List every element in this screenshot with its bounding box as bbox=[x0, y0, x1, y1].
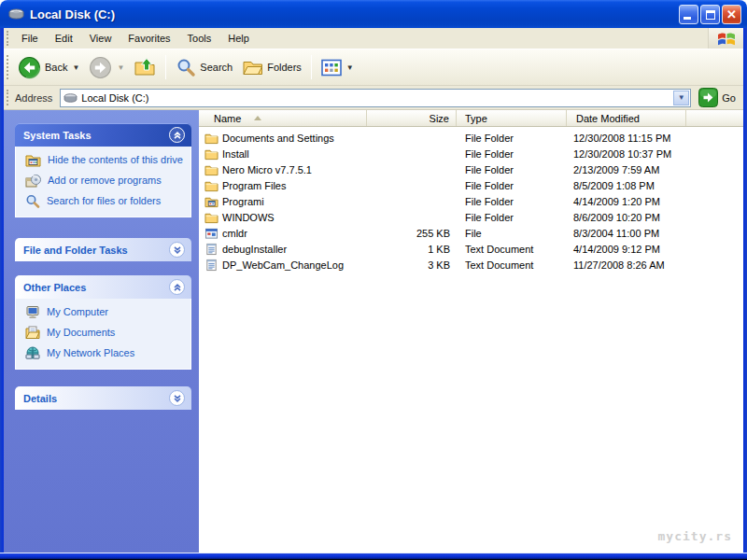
column-header-type[interactable]: Type bbox=[457, 110, 567, 126]
file-name-cell[interactable]: debugInstaller bbox=[199, 243, 367, 256]
text-file-icon bbox=[204, 259, 218, 272]
menubar-grip[interactable] bbox=[7, 31, 9, 45]
panel-title: Details bbox=[23, 393, 57, 404]
file-date-modified: 4/14/2009 9:12 PM bbox=[567, 244, 686, 255]
back-dropdown-icon[interactable]: ▼ bbox=[72, 63, 79, 72]
file-date-modified: 12/30/2008 10:37 PM bbox=[567, 148, 686, 160]
task-search-files[interactable]: Search for files or folders bbox=[25, 194, 187, 208]
file-row[interactable]: Nero Micro v7.7.5.1File Folder2/13/2009 … bbox=[199, 161, 743, 177]
task-add-remove-programs[interactable]: Add or remove programs bbox=[25, 174, 187, 188]
link-label: My Computer bbox=[47, 305, 108, 319]
file-name-cell[interactable]: cmldr bbox=[199, 227, 367, 240]
views-button[interactable]: ▼ bbox=[317, 56, 359, 79]
menu-tools[interactable]: Tools bbox=[179, 30, 220, 47]
menu-help[interactable]: Help bbox=[219, 30, 258, 47]
file-type: File Folder bbox=[457, 196, 567, 207]
file-date-modified: 8/3/2004 11:00 PM bbox=[567, 228, 686, 239]
address-dropdown-button[interactable]: ▼ bbox=[673, 91, 689, 105]
folders-label: Folders bbox=[267, 62, 302, 73]
file-date-modified: 12/30/2008 11:15 PM bbox=[567, 133, 686, 144]
views-dropdown-icon[interactable]: ▼ bbox=[346, 63, 354, 72]
window-border-right bbox=[743, 28, 747, 553]
minimize-button[interactable] bbox=[679, 5, 698, 24]
file-type: File Folder bbox=[457, 133, 567, 144]
column-header-filler bbox=[686, 110, 743, 126]
folder-icon bbox=[204, 163, 218, 176]
add-remove-programs-icon bbox=[25, 174, 41, 188]
file-name-cell[interactable]: Programi bbox=[199, 195, 367, 208]
folders-button[interactable]: Folders bbox=[237, 54, 306, 80]
menu-view[interactable]: View bbox=[81, 30, 120, 47]
chevron-down-icon[interactable] bbox=[169, 242, 185, 258]
addressbar-grip[interactable] bbox=[7, 90, 9, 106]
menu-file[interactable]: File bbox=[13, 30, 47, 47]
go-button[interactable]: Go bbox=[698, 88, 736, 107]
panel-header-other-places[interactable]: Other Places bbox=[15, 275, 191, 299]
up-button[interactable] bbox=[129, 53, 161, 81]
file-name: Install bbox=[222, 148, 249, 160]
close-button[interactable]: ✕ bbox=[722, 5, 741, 24]
file-name: WINDOWS bbox=[222, 212, 275, 223]
column-header-name[interactable]: Name bbox=[199, 110, 367, 126]
panel-title: File and Folder Tasks bbox=[23, 245, 128, 256]
link-my-network-places[interactable]: My Network Places bbox=[25, 346, 187, 360]
toolbar-grip[interactable] bbox=[7, 55, 9, 80]
panel-title: Other Places bbox=[23, 282, 86, 293]
toolbar-separator bbox=[165, 55, 166, 79]
panel-title: System Tasks bbox=[23, 130, 92, 141]
link-my-documents[interactable]: My Documents bbox=[25, 326, 187, 340]
column-header-date-modified[interactable]: Date Modified bbox=[567, 110, 686, 126]
search-button[interactable]: Search bbox=[171, 54, 237, 80]
file-row[interactable]: Documents and SettingsFile Folder12/30/2… bbox=[199, 130, 743, 146]
file-name-cell[interactable]: DP_WebCam_ChangeLog bbox=[199, 259, 367, 272]
link-my-computer[interactable]: My Computer bbox=[25, 305, 187, 319]
chevron-down-icon[interactable] bbox=[169, 390, 185, 406]
folder-icon bbox=[204, 211, 218, 224]
window-title: Local Disk (C:) bbox=[30, 7, 679, 21]
file-name-cell[interactable]: WINDOWS bbox=[199, 211, 367, 224]
maximize-button[interactable] bbox=[700, 5, 720, 24]
file-row[interactable]: Program FilesFile Folder8/5/2009 1:08 PM bbox=[199, 177, 743, 193]
menu-favorites[interactable]: Favorites bbox=[120, 30, 178, 47]
address-input[interactable]: Local Disk (C:) ▼ bbox=[60, 89, 691, 107]
my-documents-icon bbox=[25, 326, 40, 340]
address-bar: Address Local Disk (C:) ▼ Go bbox=[4, 86, 743, 110]
close-icon: ✕ bbox=[723, 6, 740, 23]
column-header-size[interactable]: Size bbox=[367, 110, 457, 126]
back-label: Back bbox=[45, 62, 67, 73]
file-name-cell[interactable]: Install bbox=[199, 147, 367, 161]
panel-details: Details bbox=[15, 386, 191, 410]
file-size: 255 KB bbox=[367, 228, 457, 239]
go-arrow-icon bbox=[698, 88, 718, 107]
panel-header-file-folder-tasks[interactable]: File and Folder Tasks bbox=[15, 238, 191, 261]
file-row[interactable]: cmldr255 KBFile8/3/2004 11:00 PM bbox=[199, 225, 743, 241]
file-row[interactable]: WINDOWSFile Folder8/6/2009 10:20 PM bbox=[199, 209, 743, 225]
watermark: mycity.rs bbox=[658, 529, 732, 543]
file-size: 1 KB bbox=[367, 244, 457, 255]
back-button[interactable]: Back ▼ bbox=[13, 53, 84, 82]
task-hide-drive-contents[interactable]: Hide the contents of this drive bbox=[25, 153, 187, 167]
file-name-cell[interactable]: Program Files bbox=[199, 179, 367, 192]
file-name-cell[interactable]: Documents and Settings bbox=[199, 132, 367, 145]
forward-button[interactable]: ▼ bbox=[84, 53, 129, 82]
panel-system-tasks: System Tasks bbox=[15, 123, 191, 217]
text-file-icon bbox=[204, 243, 218, 256]
file-row[interactable]: DP_WebCam_ChangeLog3 KBText Document11/2… bbox=[199, 257, 743, 273]
chevron-up-icon[interactable] bbox=[169, 127, 185, 143]
panel-header-details[interactable]: Details bbox=[15, 386, 191, 410]
folder-settings-icon bbox=[25, 153, 41, 167]
file-row[interactable]: debugInstaller1 KBText Document4/14/2009… bbox=[199, 241, 743, 257]
file-row[interactable]: InstallFile Folder12/30/2008 10:37 PM bbox=[199, 146, 743, 161]
up-folder-icon bbox=[134, 56, 156, 78]
file-date-modified: 2/13/2009 7:59 AM bbox=[567, 164, 686, 175]
chevron-up-icon[interactable] bbox=[169, 279, 185, 295]
panel-header-system-tasks[interactable]: System Tasks bbox=[15, 123, 191, 147]
minimize-icon bbox=[684, 17, 691, 20]
back-icon bbox=[18, 56, 41, 79]
folder-app-icon bbox=[204, 195, 218, 208]
file-row[interactable]: ProgramiFile Folder4/14/2009 1:20 PM bbox=[199, 193, 743, 209]
menu-edit[interactable]: Edit bbox=[47, 30, 81, 47]
forward-dropdown-icon[interactable]: ▼ bbox=[117, 63, 124, 72]
file-name-cell[interactable]: Nero Micro v7.7.5.1 bbox=[199, 163, 367, 176]
search-icon bbox=[25, 194, 40, 208]
